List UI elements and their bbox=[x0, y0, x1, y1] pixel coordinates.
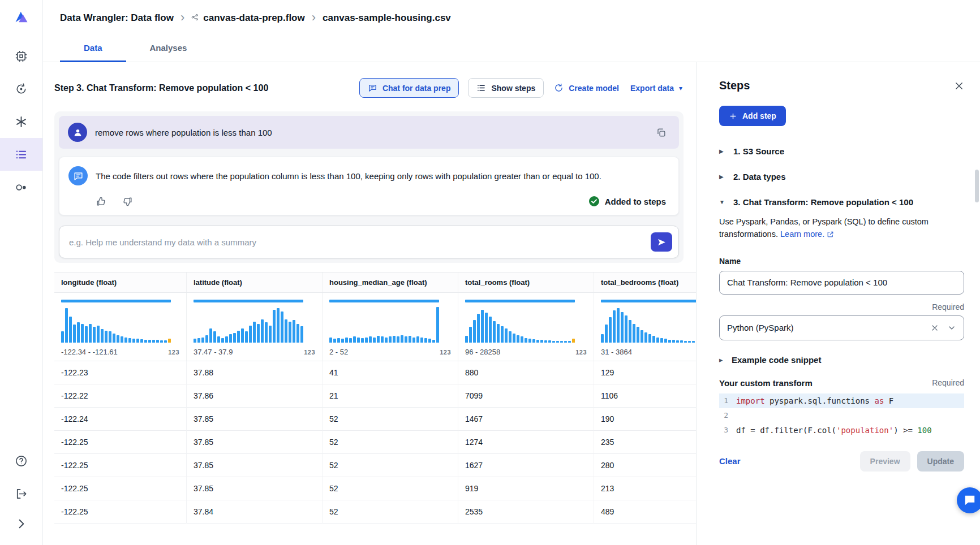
histogram-bar bbox=[432, 340, 435, 343]
tab-analyses[interactable]: Analyses bbox=[126, 36, 211, 62]
chevron-right-icon: › bbox=[180, 11, 184, 24]
step-item[interactable]: ▶1. S3 Source bbox=[719, 139, 964, 164]
histogram-bar bbox=[128, 338, 131, 343]
histogram-bar bbox=[416, 336, 419, 343]
cycle-icon[interactable] bbox=[0, 72, 42, 105]
step-item[interactable]: ▶2. Data types bbox=[719, 164, 964, 189]
column-header[interactable]: latitude (float) bbox=[187, 272, 323, 292]
language-select[interactable]: Python (PySpark) bbox=[719, 315, 964, 340]
histogram-bar bbox=[269, 326, 272, 343]
caret-down-icon: ▾ bbox=[679, 85, 682, 92]
preview-button[interactable]: Preview bbox=[860, 451, 910, 472]
histogram-bar bbox=[194, 339, 196, 343]
scrollbar-thumb[interactable] bbox=[975, 170, 979, 202]
chat-fab[interactable] bbox=[957, 487, 980, 513]
column-header[interactable]: longitude (float) bbox=[54, 272, 187, 292]
close-icon[interactable] bbox=[954, 81, 964, 91]
table-row[interactable]: -122.2537.8552919213 bbox=[54, 477, 696, 500]
required-label: Required bbox=[932, 378, 964, 387]
column-header[interactable]: housing_median_age (float) bbox=[323, 272, 458, 292]
code-editor[interactable]: 1import pyspark.sql.functions as F23df =… bbox=[719, 393, 964, 438]
histogram-bar bbox=[245, 331, 248, 343]
transform-name-input[interactable] bbox=[719, 271, 964, 295]
code-line[interactable]: 3df = df.filter(F.col('population') >= 1… bbox=[719, 423, 964, 438]
table-row[interactable]: -122.2537.85521627280 bbox=[54, 454, 696, 477]
asterisk-icon[interactable] bbox=[0, 105, 42, 138]
table-row[interactable]: -122.2437.85521467190 bbox=[54, 408, 696, 431]
caret-right-icon[interactable]: ▶ bbox=[719, 148, 726, 154]
clear-selection-icon[interactable] bbox=[930, 323, 939, 332]
histogram-bar bbox=[65, 308, 68, 343]
table-cell: 37.85 bbox=[187, 408, 323, 431]
help-icon[interactable] bbox=[0, 444, 42, 477]
histogram-bar bbox=[564, 341, 567, 343]
table-row[interactable]: -122.2337.8841880129 bbox=[54, 361, 696, 384]
update-button[interactable]: Update bbox=[917, 451, 964, 472]
histogram-bar bbox=[568, 341, 571, 343]
histogram-bar bbox=[552, 341, 555, 343]
histogram-bar bbox=[369, 336, 372, 343]
flow-icon bbox=[191, 12, 199, 24]
caret-right-icon[interactable]: ▶ bbox=[719, 174, 726, 180]
list-icon[interactable] bbox=[0, 138, 42, 171]
histogram-bar bbox=[644, 332, 647, 343]
caret-down-icon[interactable]: ▼ bbox=[719, 199, 726, 205]
histogram-bar bbox=[105, 331, 108, 343]
user-message-text: remove rows where population is less tha… bbox=[95, 128, 272, 137]
histogram-bar bbox=[633, 324, 635, 343]
export-data-button[interactable]: Export data ▾ bbox=[629, 81, 684, 95]
show-steps-button[interactable]: Show steps bbox=[468, 78, 544, 98]
histogram-bar bbox=[233, 333, 236, 343]
histogram-bar bbox=[652, 336, 655, 343]
line-number: 3 bbox=[719, 426, 736, 434]
histogram-bar bbox=[688, 341, 691, 343]
table-cell: 213 bbox=[594, 477, 696, 500]
example-code-toggle[interactable]: ▸ Example code snippet bbox=[719, 355, 964, 365]
chevron-down-icon[interactable] bbox=[947, 323, 956, 332]
assistant-message: The code filters out rows where the popu… bbox=[59, 157, 679, 215]
step-description: Use Pyspark, Pandas, or Pyspark (SQL) to… bbox=[719, 216, 964, 242]
thumbs-down-icon[interactable] bbox=[122, 196, 133, 207]
chip-icon[interactable] bbox=[0, 40, 42, 72]
app-window: Data Wrangler: Data flow › canvas-data-p… bbox=[0, 0, 980, 545]
column-histogram: -122.34 - -121.61123 bbox=[54, 293, 187, 361]
column-histogram: 96 - 28258123 bbox=[458, 293, 594, 361]
send-button[interactable] bbox=[651, 232, 672, 252]
column-header[interactable]: total_bedrooms (float) bbox=[594, 272, 696, 292]
histogram-bar bbox=[337, 338, 340, 343]
left-nav-rail bbox=[0, 0, 43, 545]
breadcrumb-item-flow-home[interactable]: Data Wrangler: Data flow bbox=[60, 12, 174, 24]
copy-icon[interactable] bbox=[656, 127, 667, 138]
clear-button[interactable]: Clear bbox=[719, 456, 741, 466]
feedback-buttons bbox=[96, 196, 133, 207]
step-item[interactable]: ▼3. Chat Transform: Remove population < … bbox=[719, 189, 964, 215]
table-row[interactable]: -122.2537.85521274235 bbox=[54, 431, 696, 454]
chat-input[interactable] bbox=[69, 237, 651, 247]
signout-icon[interactable] bbox=[0, 477, 42, 510]
thumbs-up-icon[interactable] bbox=[96, 196, 106, 207]
plus-icon bbox=[729, 112, 737, 120]
table-row[interactable]: -122.2537.84522535489 bbox=[54, 500, 696, 524]
breadcrumb-item-flow-file[interactable]: canvas-data-prep.flow bbox=[191, 12, 305, 24]
histogram-bar bbox=[109, 331, 111, 343]
numeric-type-badge: 123 bbox=[168, 349, 179, 356]
histogram-bar bbox=[601, 334, 604, 343]
create-model-button[interactable]: Create model bbox=[553, 81, 620, 95]
learn-more-link[interactable]: Learn more. bbox=[780, 230, 824, 239]
numeric-type-badge: 123 bbox=[304, 349, 315, 356]
table-row[interactable]: -122.2237.862170991106 bbox=[54, 384, 696, 408]
expand-chevron-icon[interactable] bbox=[0, 510, 42, 537]
circles-icon[interactable] bbox=[0, 171, 42, 204]
histogram-bar bbox=[528, 339, 531, 343]
histogram-bar bbox=[572, 339, 575, 343]
code-line[interactable]: 2 bbox=[719, 408, 964, 423]
histogram-bar bbox=[424, 338, 427, 343]
code-line[interactable]: 1import pyspark.sql.functions as F bbox=[719, 393, 964, 408]
person-icon bbox=[72, 127, 83, 138]
tab-data[interactable]: Data bbox=[60, 36, 126, 62]
table-cell: 1106 bbox=[594, 384, 696, 408]
app-logo[interactable] bbox=[14, 9, 29, 27]
add-step-button[interactable]: Add step bbox=[719, 106, 786, 126]
column-header[interactable]: total_rooms (float) bbox=[458, 272, 594, 292]
chat-for-data-prep-button[interactable]: Chat for data prep bbox=[359, 78, 459, 98]
